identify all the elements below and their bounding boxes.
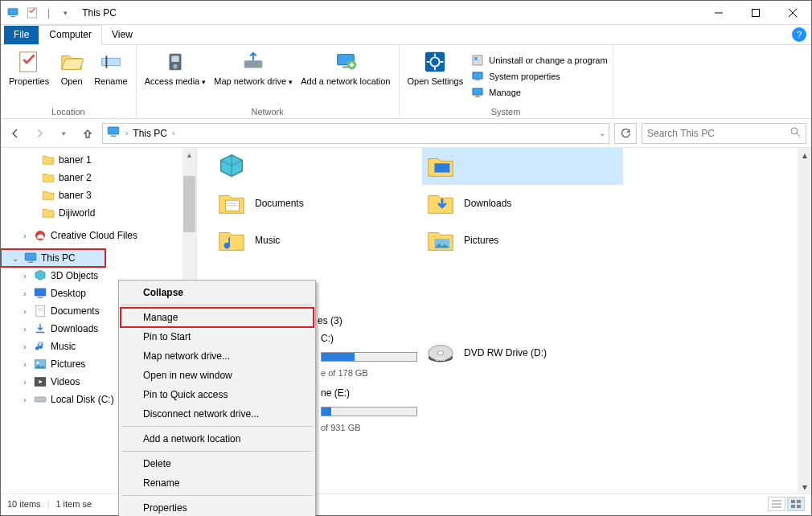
qat-dropdown-icon[interactable]: ▾	[58, 6, 72, 20]
svg-rect-30	[111, 136, 116, 137]
svg-rect-38	[36, 305, 45, 317]
open-settings-button[interactable]: Open Settings	[404, 47, 467, 104]
svg-rect-29	[108, 127, 119, 134]
chevron-right-icon[interactable]: ›	[172, 129, 174, 137]
drives-section-label: es (3)	[318, 315, 342, 326]
svg-point-11	[173, 64, 178, 69]
uninstall-program-button[interactable]: Uninstall or change a program	[471, 54, 607, 67]
svg-point-31	[791, 128, 798, 134]
svg-point-53	[437, 351, 444, 355]
svg-rect-34	[25, 253, 36, 260]
close-button[interactable]	[774, 1, 811, 24]
ctx-disconnect-drive[interactable]: Disconnect network drive...	[121, 404, 314, 424]
svg-rect-2	[28, 8, 37, 18]
ctx-pin-quick-access[interactable]: Pin to Quick access	[121, 385, 314, 404]
drive-dvd[interactable]: DVDDVD RW Drive (D:)	[422, 334, 615, 371]
ctx-manage[interactable]: Manage	[121, 308, 314, 327]
open-button[interactable]: Open	[54, 47, 89, 104]
status-selected: 1 item se	[55, 499, 92, 509]
recent-locations-button[interactable]: ▾	[54, 124, 73, 143]
ribbon-tab-strip: File Computer View ?	[1, 25, 811, 45]
tree-item-baner3[interactable]: baner 3	[1, 186, 183, 204]
folder-pictures[interactable]: Pictures	[422, 222, 615, 259]
ctx-add-network-location[interactable]: Add a network location	[121, 429, 314, 448]
svg-rect-28	[473, 88, 482, 95]
svg-rect-45	[35, 397, 46, 402]
ctx-collapse[interactable]: Collapse	[121, 283, 314, 302]
search-input[interactable]	[647, 128, 789, 139]
ctx-delete[interactable]: Delete	[121, 454, 314, 473]
help-icon[interactable]: ?	[792, 27, 806, 42]
drive-e[interactable]: ne (E:) of 931 GB	[318, 386, 478, 434]
svg-point-43	[37, 362, 39, 364]
folder-music[interactable]: Music	[213, 222, 406, 259]
svg-rect-58	[791, 500, 795, 503]
properties-button[interactable]: Properties	[6, 47, 52, 104]
svg-rect-1	[10, 16, 14, 17]
svg-rect-27	[475, 80, 480, 80]
svg-rect-26	[473, 72, 482, 79]
ribbon-group-network: Access media ▾ Map network drive ▾ Add a…	[137, 45, 400, 118]
back-button[interactable]	[6, 124, 25, 143]
qat-properties-icon[interactable]	[25, 6, 39, 20]
ctx-map-drive[interactable]: Map network drive...	[121, 346, 314, 366]
folder-documents[interactable]: Documents	[213, 185, 406, 222]
folder-3d-objects-partial[interactable]	[213, 148, 406, 185]
ctx-pin-start[interactable]: Pin to Start	[121, 327, 314, 346]
context-menu: Collapse Manage Pin to Start Map network…	[118, 280, 316, 516]
ctx-properties[interactable]: Properties	[121, 498, 314, 516]
quick-access-toolbar: | ▾	[1, 6, 77, 20]
svg-rect-60	[791, 505, 795, 508]
search-box[interactable]	[642, 123, 806, 144]
svg-rect-8	[102, 58, 121, 65]
svg-rect-36	[35, 289, 46, 296]
maximize-button[interactable]	[737, 1, 774, 24]
tree-item-baner1[interactable]: baner 1	[1, 151, 183, 169]
ctx-rename[interactable]: Rename	[121, 473, 314, 493]
scrollbar-thumb[interactable]	[183, 176, 195, 232]
refresh-button[interactable]	[614, 123, 637, 144]
ribbon-group-system: Open Settings Uninstall or change a prog…	[400, 45, 613, 118]
search-icon[interactable]	[789, 126, 801, 140]
svg-text:DVD: DVD	[436, 357, 445, 362]
svg-rect-61	[797, 505, 801, 508]
pc-icon	[6, 6, 20, 20]
tab-computer[interactable]: Computer	[39, 25, 102, 45]
forward-button[interactable]	[30, 124, 49, 143]
minimize-button[interactable]	[700, 1, 737, 24]
svg-rect-35	[28, 262, 33, 264]
tab-view[interactable]: View	[102, 26, 142, 44]
ctx-open-new-window[interactable]: Open in new window	[121, 366, 314, 385]
tree-item-baner2[interactable]: baner 2	[1, 169, 183, 186]
title-bar: | ▾ This PC	[1, 1, 811, 25]
svg-rect-37	[38, 297, 43, 299]
large-icons-view-button[interactable]	[787, 497, 805, 511]
folder-downloads[interactable]: Downloads	[422, 185, 615, 222]
tree-item-creative-cloud[interactable]: ›Creative Cloud Files	[1, 227, 183, 244]
address-dropdown-icon[interactable]: ⌄	[599, 129, 605, 137]
tab-file[interactable]: File	[4, 26, 39, 44]
status-item-count: 10 items	[7, 499, 41, 509]
up-button[interactable]	[78, 124, 97, 143]
scroll-up-icon[interactable]: ▴	[798, 148, 811, 162]
content-scrollbar[interactable]: ▴ ▾	[798, 148, 811, 493]
svg-point-14	[258, 63, 260, 65]
chevron-right-icon[interactable]: ›	[125, 129, 128, 137]
svg-rect-4	[753, 9, 760, 16]
rename-button[interactable]: Rename	[91, 47, 131, 104]
pc-icon	[106, 125, 121, 141]
folder-desktop-partial[interactable]	[422, 148, 623, 185]
tree-item-this-pc[interactable]: ⌄This PC	[1, 249, 105, 267]
access-media-button[interactable]: Access media ▾	[141, 47, 210, 104]
address-bar[interactable]: › This PC › ⌄	[102, 123, 609, 144]
breadcrumb[interactable]: This PC	[133, 128, 167, 139]
map-network-drive-button[interactable]: Map network drive ▾	[211, 47, 296, 104]
manage-button[interactable]: Manage	[471, 86, 607, 99]
tree-item-dijiworld[interactable]: Dijiworld	[1, 204, 183, 222]
scroll-down-icon[interactable]: ▾	[798, 480, 811, 493]
system-properties-button[interactable]: System properties	[471, 70, 607, 83]
add-network-location-button[interactable]: Add a network location	[297, 47, 393, 104]
details-view-button[interactable]	[768, 497, 785, 511]
svg-rect-12	[171, 56, 178, 63]
ribbon: Properties Open Rename Location Access m…	[1, 45, 811, 119]
